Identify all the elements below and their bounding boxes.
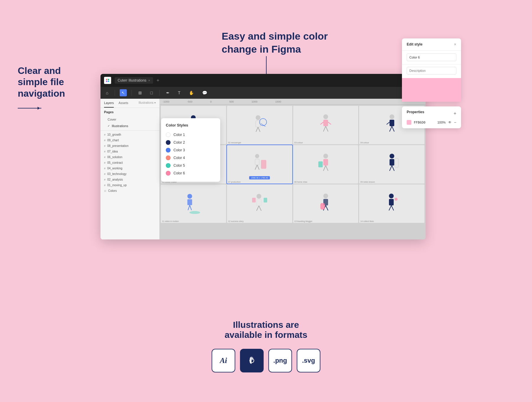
layers-tab[interactable]: Layers <box>104 99 114 108</box>
png-label: .png <box>273 357 287 364</box>
svg-rect-50 <box>187 199 192 205</box>
illus-cell-10: 12 success story <box>227 184 292 223</box>
illus-cell-11: 13 traveling blogger <box>293 184 359 223</box>
property-color-swatch[interactable] <box>407 120 411 125</box>
svg-line-37 <box>255 165 257 170</box>
tool-separator-1 <box>115 90 115 96</box>
svg-rect-58 <box>252 198 256 202</box>
text-tool[interactable]: T <box>176 89 182 96</box>
svg-rect-43 <box>318 161 323 167</box>
layer-05-contract[interactable]: #05_contract <box>100 160 159 166</box>
color-item-5[interactable]: Color 5 <box>166 162 215 169</box>
illus-svg-10 <box>251 192 268 215</box>
color-name-input-container <box>402 51 461 64</box>
figma-toolbar: Cuterr Illustrations × + <box>100 74 426 87</box>
svg-rect-40 <box>323 159 328 166</box>
color-label-5: Color 5 <box>173 163 185 168</box>
color-item-1[interactable]: Color 1 <box>166 131 215 139</box>
illus-svg-7 <box>317 153 335 176</box>
page-active-indicator: ✓ <box>108 124 110 127</box>
properties-add-icon[interactable]: + <box>454 111 456 116</box>
color-item-3[interactable]: Color 3 <box>166 146 215 154</box>
svg-line-47 <box>392 166 394 171</box>
home-tool[interactable]: ⌂ <box>104 89 110 96</box>
illus-label-8: 09 notes lesson <box>360 181 375 183</box>
color-swatch-5 <box>166 163 171 168</box>
left-arrow <box>18 108 83 108</box>
hand-tool[interactable]: ✋ <box>187 89 196 96</box>
svg-line-13 <box>256 127 258 132</box>
layer-01-moving-up[interactable]: #01_moving_up <box>100 182 159 188</box>
description-input-container <box>402 64 461 78</box>
svg-line-21 <box>320 122 323 124</box>
illus-cell-7: 08 home relax <box>293 145 359 184</box>
assets-tab[interactable]: Assets <box>119 99 128 108</box>
description-input[interactable] <box>407 67 456 74</box>
color-label-3: Color 3 <box>173 148 185 152</box>
svg-line-22 <box>328 122 331 124</box>
illus-label-3: 03-colour <box>294 142 303 144</box>
top-heading-text: Easy and simple color change in Figma <box>222 30 328 56</box>
layer-10-growth[interactable]: #10_growth <box>100 132 159 137</box>
layer-colors[interactable]: ⊞Colors <box>100 188 159 194</box>
frame-tool[interactable]: ⊞ <box>137 89 144 96</box>
panel-tabs: Layers Assets Illustrations ▾ <box>100 99 159 108</box>
illustrations-dropdown[interactable]: Illustrations ▾ <box>139 99 156 108</box>
color-item-4[interactable]: Color 4 <box>166 154 215 162</box>
svg-point-69 <box>395 198 398 201</box>
illus-label-9: 11 video in motion <box>162 220 179 222</box>
properties-panel: Properties + FFB6D0 100% 👁 − <box>402 106 461 128</box>
top-heading: Easy and simple color change in Figma <box>222 30 328 56</box>
svg-point-44 <box>390 154 394 158</box>
panel-divider <box>100 130 159 131</box>
figma-logo <box>104 77 111 84</box>
layer-06-solution[interactable]: #06_solution <box>100 154 159 160</box>
edit-style-close-button[interactable]: × <box>454 42 456 47</box>
svg-line-46 <box>390 166 392 171</box>
visibility-icon[interactable]: 👁 <box>448 120 452 124</box>
page-illustrations-label: Illustrations <box>112 124 128 128</box>
svg-rect-48 <box>395 158 398 167</box>
format-figma <box>240 349 264 372</box>
format-png: .png <box>268 349 292 372</box>
illus-label-6: 07 production <box>228 181 241 183</box>
pen-tool[interactable]: ✒ <box>164 89 171 96</box>
layer-03-technology[interactable]: #03_technology <box>100 171 159 177</box>
svg-line-14 <box>258 127 260 132</box>
active-tab[interactable]: Cuterr Illustrations × <box>115 77 153 84</box>
edit-style-popup: Edit style × <box>402 38 461 102</box>
bottom-heading: Illustrations are available in formats <box>0 320 532 340</box>
color-swatch-2 <box>166 140 171 145</box>
add-tab-button[interactable]: + <box>157 78 159 83</box>
color-label-6: Color 6 <box>173 171 185 175</box>
shape-tool[interactable]: □ <box>148 89 154 96</box>
svg-rect-2 <box>106 81 107 82</box>
illus-cell-6: 07 production 1568.48 x 1760.40 <box>227 145 292 184</box>
svg-line-26 <box>392 126 394 132</box>
color-name-input[interactable] <box>407 54 456 61</box>
svg-rect-0 <box>106 79 107 80</box>
illus-svg-6 <box>251 153 268 176</box>
cursor-tool[interactable]: ↖ <box>120 89 127 96</box>
svg-rect-3 <box>108 81 109 82</box>
svg-label: .svg <box>302 357 315 364</box>
page-cover[interactable]: Cover <box>100 116 159 123</box>
layer-09-chart[interactable]: #09_chart <box>100 137 159 143</box>
page-illustrations[interactable]: ✓ Illustrations <box>100 123 159 129</box>
tab-close[interactable]: × <box>148 79 150 82</box>
layer-08-presentation[interactable]: #08_presentation <box>100 143 159 149</box>
svg-rect-66 <box>389 199 394 205</box>
illus-cell-8: 09 notes lesson <box>359 145 424 184</box>
layer-04-working[interactable]: #04_working <box>100 166 159 171</box>
layer-02-analysis[interactable]: #02_analysis <box>100 177 159 182</box>
illus-label-12: 14 collect likes <box>360 220 374 222</box>
color-item-2[interactable]: Color 2 <box>166 139 215 146</box>
illus-svg-3 <box>317 113 335 137</box>
figma-window: Cuterr Illustrations × + ⌂ ↖ ⊞ □ ✒ T ✋ 💬… <box>100 74 426 239</box>
color-item-6[interactable]: Color 6 <box>166 169 215 177</box>
opacity-value: 100% <box>437 121 446 124</box>
svg-line-38 <box>257 165 259 170</box>
remove-icon[interactable]: − <box>454 120 456 125</box>
layer-07-idea[interactable]: #07_idea <box>100 149 159 154</box>
comment-tool[interactable]: 💬 <box>200 89 209 96</box>
